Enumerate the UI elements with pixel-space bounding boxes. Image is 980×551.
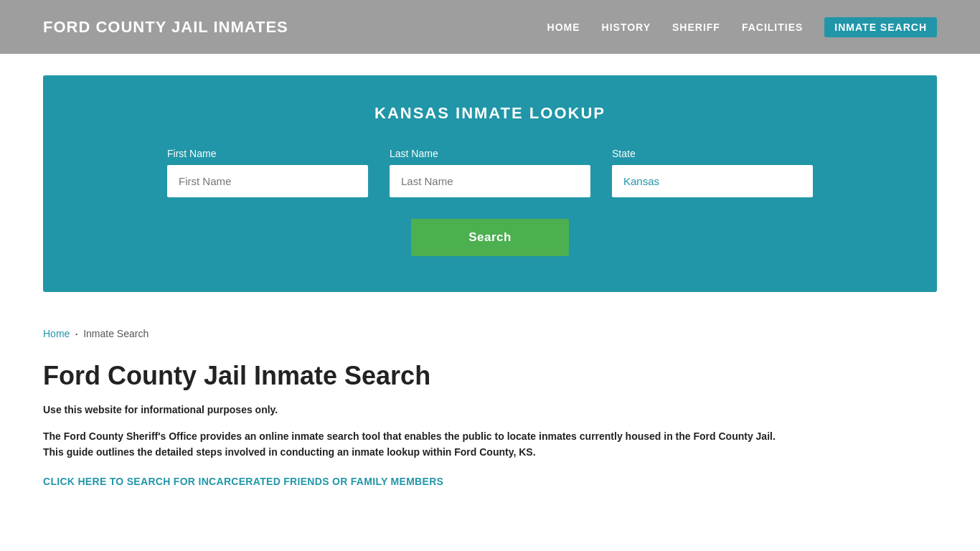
nav-facilities[interactable]: FACILITIES: [742, 22, 803, 33]
info-paragraph: The Ford County Sheriff's Office provide…: [43, 428, 796, 461]
info-bold: Use this website for informational purpo…: [43, 404, 937, 415]
last-name-label: Last Name: [390, 148, 590, 159]
search-button[interactable]: Search: [411, 219, 569, 256]
first-name-group: First Name: [167, 148, 368, 197]
breadcrumb-home-link[interactable]: Home: [43, 328, 70, 339]
search-button-wrapper: Search: [86, 219, 894, 256]
last-name-group: Last Name: [390, 148, 590, 197]
nav-home[interactable]: HOME: [547, 22, 580, 33]
nav-inmate-search[interactable]: INMATE SEARCH: [824, 17, 937, 37]
site-title: FORD COUNTY JAIL INMATES: [43, 18, 288, 37]
search-fields: First Name Last Name State: [86, 148, 894, 197]
first-name-input[interactable]: [167, 165, 368, 197]
breadcrumb: Home • Inmate Search: [0, 314, 980, 347]
state-input[interactable]: [612, 165, 813, 197]
main-content: Ford County Jail Inmate Search Use this …: [0, 347, 980, 517]
nav-sheriff[interactable]: SHERIFF: [672, 22, 720, 33]
state-group: State: [612, 148, 813, 197]
first-name-label: First Name: [167, 148, 368, 159]
state-label: State: [612, 148, 813, 159]
lookup-title: KANSAS INMATE LOOKUP: [86, 104, 894, 123]
site-header: FORD COUNTY JAIL INMATES HOME HISTORY SH…: [0, 0, 980, 54]
main-nav: HOME HISTORY SHERIFF FACILITIES INMATE S…: [547, 17, 937, 37]
last-name-input[interactable]: [390, 165, 590, 197]
lookup-section: KANSAS INMATE LOOKUP First Name Last Nam…: [43, 75, 937, 292]
breadcrumb-current: Inmate Search: [83, 328, 149, 339]
page-title: Ford County Jail Inmate Search: [43, 361, 937, 391]
breadcrumb-separator: •: [75, 331, 77, 337]
nav-history[interactable]: HISTORY: [602, 22, 651, 33]
cta-link[interactable]: CLICK HERE to Search for Incarcerated Fr…: [43, 476, 443, 487]
